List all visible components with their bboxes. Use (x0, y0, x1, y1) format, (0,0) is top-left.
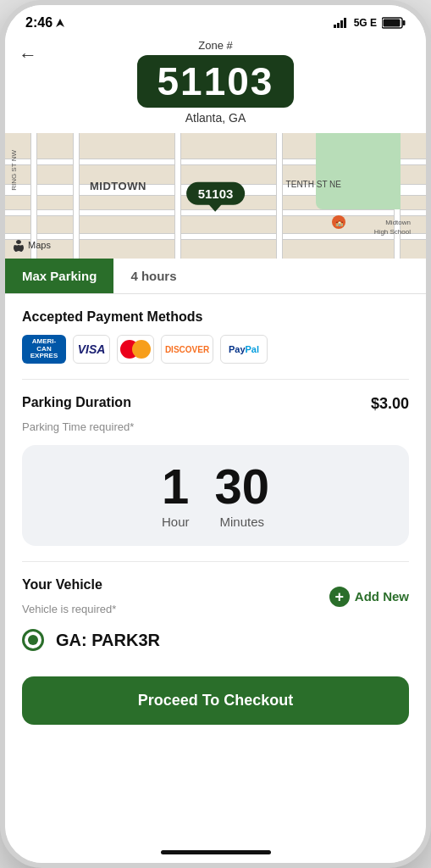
paypal-card: PayPal (220, 335, 268, 364)
parking-header: Parking Duration Parking Time required* … (22, 395, 409, 433)
checkout-section: Proceed To Checkout (5, 666, 426, 742)
divider-1 (22, 379, 409, 380)
map-background: MIDTOWN TENTH ST NE RING ST NW 51103 Map… (5, 133, 426, 259)
mc-circles (120, 340, 151, 359)
svg-rect-7 (384, 19, 401, 27)
parking-subtitle: Parking Time required* (22, 420, 134, 433)
map-ring-label: RING ST NW (10, 150, 18, 191)
checkout-button[interactable]: Proceed To Checkout (22, 676, 409, 725)
vehicle-header: Your Vehicle Vehicle is required* + Add … (22, 577, 409, 615)
school-pin-icon: 🏫 (334, 218, 343, 226)
location-icon (56, 19, 64, 27)
map-container[interactable]: MIDTOWN TENTH ST NE RING ST NW 51103 Map… (5, 133, 426, 259)
mc-circle-right (132, 340, 151, 359)
status-icons: 5G E (334, 17, 406, 29)
divider-2 (22, 561, 409, 562)
visa-card: VISA (73, 335, 110, 364)
duration-picker[interactable]: 1 Hour 30 Minutes (22, 445, 409, 546)
amex-card: AMERI-CANEXPRES (22, 335, 66, 364)
add-new-label: Add New (355, 589, 409, 604)
map-midtown-label: MIDTOWN (90, 180, 146, 192)
tabs-container: Max Parking 4 hours (5, 259, 426, 294)
add-icon: + (329, 587, 350, 607)
svg-rect-1 (334, 25, 336, 28)
apple-icon (14, 240, 24, 252)
vehicle-title-group: Your Vehicle Vehicle is required* (22, 577, 116, 615)
minutes-value: 30 (215, 462, 270, 511)
map-school-label: MidtownHigh School (374, 219, 411, 236)
parking-price: $3.00 (371, 395, 409, 413)
mastercard-card (117, 335, 154, 364)
payment-title: Accepted Payment Methods (22, 309, 409, 325)
parking-duration-title: Parking Duration (22, 395, 134, 410)
battery-icon (382, 17, 406, 29)
signal-icon (334, 18, 349, 28)
svg-rect-2 (337, 23, 340, 28)
zone-number: 51103 (137, 55, 295, 108)
map-apple-label: Maps (14, 240, 51, 252)
minutes-label: Minutes (215, 515, 270, 529)
svg-rect-6 (403, 20, 406, 25)
map-tenth-label: TENTH ST NE (286, 180, 341, 189)
svg-text:🏫: 🏫 (335, 219, 343, 226)
back-button[interactable]: ← (19, 44, 37, 66)
status-bar: 2:46 5G E (5, 5, 426, 36)
vehicle-radio-inner (28, 635, 38, 645)
minutes-unit: 30 Minutes (215, 462, 270, 529)
vehicle-plate: GA: PARK3R (56, 631, 160, 650)
screen: 2:46 5G E (5, 5, 426, 863)
discover-card: DISCOVER (161, 335, 213, 364)
zone-city: Atlanta, GA (19, 111, 412, 125)
payment-icons: AMERI-CANEXPRES VISA DISCOVER PayPal (22, 335, 409, 364)
hours-unit: 1 Hour (162, 462, 190, 529)
map-school-icon: 🏫 (332, 215, 345, 229)
tab-max-parking[interactable]: Max Parking (5, 259, 113, 293)
zone-label: Zone # (19, 39, 412, 52)
hours-label: Hour (162, 515, 190, 529)
status-time: 2:46 (25, 15, 64, 31)
vehicle-radio[interactable] (22, 629, 44, 651)
header: ← Zone # 51103 Atlanta, GA (5, 36, 426, 133)
hours-value: 1 (162, 462, 190, 511)
add-new-button[interactable]: + Add New (329, 587, 409, 607)
network-label: 5G E (354, 17, 377, 29)
vehicle-subtitle: Vehicle is required* (22, 603, 116, 615)
vehicle-title: Your Vehicle (22, 577, 116, 593)
main-content: Accepted Payment Methods AMERI-CANEXPRES… (5, 294, 426, 666)
home-indicator (161, 850, 271, 854)
map-zone-badge: 51103 (186, 182, 246, 205)
tab-4-hours[interactable]: 4 hours (113, 259, 193, 293)
phone-frame: 2:46 5G E (0, 0, 431, 868)
svg-rect-4 (344, 18, 346, 28)
parking-title-group: Parking Duration Parking Time required* (22, 395, 134, 433)
svg-marker-0 (56, 19, 64, 27)
svg-rect-3 (340, 20, 343, 28)
vehicle-item[interactable]: GA: PARK3R (22, 629, 409, 651)
